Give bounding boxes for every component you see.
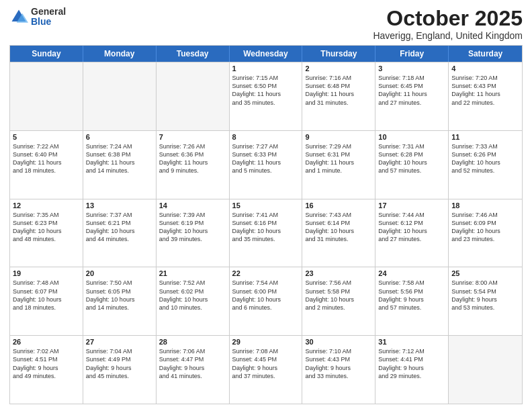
day-info: Sunrise: 7:35 AM Sunset: 6:23 PM Dayligh… (13, 211, 80, 244)
calendar-cell: 24Sunrise: 7:58 AM Sunset: 5:56 PM Dayli… (375, 267, 449, 335)
day-info: Sunrise: 7:24 AM Sunset: 6:38 PM Dayligh… (86, 142, 153, 175)
calendar-cell (157, 62, 230, 130)
day-info: Sunrise: 7:41 AM Sunset: 6:16 PM Dayligh… (232, 211, 300, 244)
day-info: Sunrise: 7:12 AM Sunset: 4:41 PM Dayligh… (378, 347, 445, 380)
weekday-header-tuesday: Tuesday (157, 46, 230, 62)
calendar-cell: 13Sunrise: 7:37 AM Sunset: 6:21 PM Dayli… (83, 199, 157, 267)
day-number: 13 (86, 201, 153, 210)
day-number: 8 (232, 133, 300, 141)
calendar-cell: 28Sunrise: 7:06 AM Sunset: 4:47 PM Dayli… (157, 336, 230, 404)
day-number: 1 (232, 64, 300, 73)
logo-general: General (31, 7, 66, 17)
day-info: Sunrise: 7:10 AM Sunset: 4:43 PM Dayligh… (305, 347, 372, 380)
day-number: 25 (451, 269, 519, 277)
calendar-cell (10, 62, 83, 130)
month-title: October 2025 (373, 7, 523, 30)
day-number: 20 (86, 269, 153, 277)
day-number: 10 (378, 133, 445, 141)
day-number: 2 (305, 64, 372, 73)
calendar-body: 1Sunrise: 7:15 AM Sunset: 6:50 PM Daylig… (10, 62, 522, 404)
day-number: 27 (86, 338, 153, 346)
calendar-row-3: 19Sunrise: 7:48 AM Sunset: 6:07 PM Dayli… (10, 267, 522, 335)
calendar-cell: 4Sunrise: 7:20 AM Sunset: 6:43 PM Daylig… (449, 62, 522, 130)
day-info: Sunrise: 7:58 AM Sunset: 5:56 PM Dayligh… (378, 279, 445, 312)
calendar-cell: 29Sunrise: 7:08 AM Sunset: 4:45 PM Dayli… (230, 336, 303, 404)
day-info: Sunrise: 7:20 AM Sunset: 6:43 PM Dayligh… (451, 74, 519, 107)
logo: General Blue (9, 7, 66, 28)
day-info: Sunrise: 7:52 AM Sunset: 6:02 PM Dayligh… (159, 279, 226, 312)
day-number: 7 (159, 133, 226, 141)
weekday-header-monday: Monday (83, 46, 157, 62)
day-info: Sunrise: 7:33 AM Sunset: 6:26 PM Dayligh… (451, 142, 519, 175)
calendar-cell: 31Sunrise: 7:12 AM Sunset: 4:41 PM Dayli… (375, 336, 449, 404)
day-number: 9 (305, 133, 372, 141)
weekday-header-saturday: Saturday (449, 46, 522, 62)
day-info: Sunrise: 7:44 AM Sunset: 6:12 PM Dayligh… (378, 211, 445, 244)
day-number: 6 (86, 133, 153, 141)
day-number: 11 (451, 133, 519, 141)
calendar-cell: 20Sunrise: 7:50 AM Sunset: 6:05 PM Dayli… (83, 267, 157, 335)
calendar-cell: 5Sunrise: 7:22 AM Sunset: 6:40 PM Daylig… (10, 131, 83, 199)
logo-blue: Blue (31, 17, 66, 27)
calendar-cell: 25Sunrise: 8:00 AM Sunset: 5:54 PM Dayli… (449, 267, 522, 335)
day-number: 30 (305, 338, 372, 346)
calendar-cell: 2Sunrise: 7:16 AM Sunset: 6:48 PM Daylig… (302, 62, 375, 130)
calendar-cell: 1Sunrise: 7:15 AM Sunset: 6:50 PM Daylig… (230, 62, 303, 130)
day-info: Sunrise: 7:39 AM Sunset: 6:19 PM Dayligh… (159, 211, 226, 244)
day-info: Sunrise: 7:27 AM Sunset: 6:33 PM Dayligh… (232, 142, 300, 175)
calendar-cell: 18Sunrise: 7:46 AM Sunset: 6:09 PM Dayli… (449, 199, 522, 267)
day-info: Sunrise: 7:15 AM Sunset: 6:50 PM Dayligh… (232, 74, 300, 107)
calendar-cell: 15Sunrise: 7:41 AM Sunset: 6:16 PM Dayli… (230, 199, 303, 267)
day-info: Sunrise: 7:22 AM Sunset: 6:40 PM Dayligh… (13, 142, 80, 175)
weekday-header-friday: Friday (375, 46, 449, 62)
day-number: 28 (159, 338, 226, 346)
calendar-cell: 9Sunrise: 7:29 AM Sunset: 6:31 PM Daylig… (302, 131, 375, 199)
day-number: 24 (378, 269, 445, 277)
day-info: Sunrise: 7:31 AM Sunset: 6:28 PM Dayligh… (378, 142, 445, 175)
day-info: Sunrise: 8:00 AM Sunset: 5:54 PM Dayligh… (451, 279, 519, 312)
day-number: 18 (451, 201, 519, 210)
weekday-header-thursday: Thursday (302, 46, 375, 62)
calendar-cell: 22Sunrise: 7:54 AM Sunset: 6:00 PM Dayli… (230, 267, 303, 335)
day-number: 29 (232, 338, 300, 346)
day-info: Sunrise: 7:06 AM Sunset: 4:47 PM Dayligh… (159, 347, 226, 380)
calendar-cell: 11Sunrise: 7:33 AM Sunset: 6:26 PM Dayli… (449, 131, 522, 199)
day-number: 15 (232, 201, 300, 210)
page: General Blue October 2025 Haverigg, Engl… (0, 0, 532, 411)
calendar-row-1: 5Sunrise: 7:22 AM Sunset: 6:40 PM Daylig… (10, 130, 522, 199)
day-info: Sunrise: 7:48 AM Sunset: 6:07 PM Dayligh… (13, 279, 80, 312)
day-info: Sunrise: 7:26 AM Sunset: 6:36 PM Dayligh… (159, 142, 226, 175)
day-number: 4 (451, 64, 519, 73)
day-info: Sunrise: 7:50 AM Sunset: 6:05 PM Dayligh… (86, 279, 153, 312)
calendar-cell: 16Sunrise: 7:43 AM Sunset: 6:14 PM Dayli… (302, 199, 375, 267)
calendar-row-4: 26Sunrise: 7:02 AM Sunset: 4:51 PM Dayli… (10, 335, 522, 404)
day-info: Sunrise: 7:43 AM Sunset: 6:14 PM Dayligh… (305, 211, 372, 244)
logo-icon (9, 7, 28, 26)
day-info: Sunrise: 7:46 AM Sunset: 6:09 PM Dayligh… (451, 211, 519, 244)
calendar-cell (449, 336, 522, 404)
calendar-cell: 12Sunrise: 7:35 AM Sunset: 6:23 PM Dayli… (10, 199, 83, 267)
day-number: 17 (378, 201, 445, 210)
calendar-cell: 30Sunrise: 7:10 AM Sunset: 4:43 PM Dayli… (302, 336, 375, 404)
calendar-cell: 17Sunrise: 7:44 AM Sunset: 6:12 PM Dayli… (375, 199, 449, 267)
calendar-cell: 27Sunrise: 7:04 AM Sunset: 4:49 PM Dayli… (83, 336, 157, 404)
day-number: 31 (378, 338, 445, 346)
calendar-cell: 14Sunrise: 7:39 AM Sunset: 6:19 PM Dayli… (157, 199, 230, 267)
calendar-cell: 6Sunrise: 7:24 AM Sunset: 6:38 PM Daylig… (83, 131, 157, 199)
weekday-header-sunday: Sunday (10, 46, 83, 62)
day-info: Sunrise: 7:56 AM Sunset: 5:58 PM Dayligh… (305, 279, 372, 312)
calendar-row-2: 12Sunrise: 7:35 AM Sunset: 6:23 PM Dayli… (10, 199, 522, 267)
day-info: Sunrise: 7:18 AM Sunset: 6:45 PM Dayligh… (378, 74, 445, 107)
day-info: Sunrise: 7:08 AM Sunset: 4:45 PM Dayligh… (232, 347, 300, 380)
day-number: 12 (13, 201, 80, 210)
calendar-cell: 7Sunrise: 7:26 AM Sunset: 6:36 PM Daylig… (157, 131, 230, 199)
calendar-cell: 3Sunrise: 7:18 AM Sunset: 6:45 PM Daylig… (375, 62, 449, 130)
day-number: 16 (305, 201, 372, 210)
calendar-cell: 19Sunrise: 7:48 AM Sunset: 6:07 PM Dayli… (10, 267, 83, 335)
title-block: October 2025 Haverigg, England, United K… (373, 7, 523, 41)
day-info: Sunrise: 7:02 AM Sunset: 4:51 PM Dayligh… (13, 347, 80, 380)
day-info: Sunrise: 7:29 AM Sunset: 6:31 PM Dayligh… (305, 142, 372, 175)
day-number: 22 (232, 269, 300, 277)
day-info: Sunrise: 7:04 AM Sunset: 4:49 PM Dayligh… (86, 347, 153, 380)
weekday-header-wednesday: Wednesday (230, 46, 303, 62)
